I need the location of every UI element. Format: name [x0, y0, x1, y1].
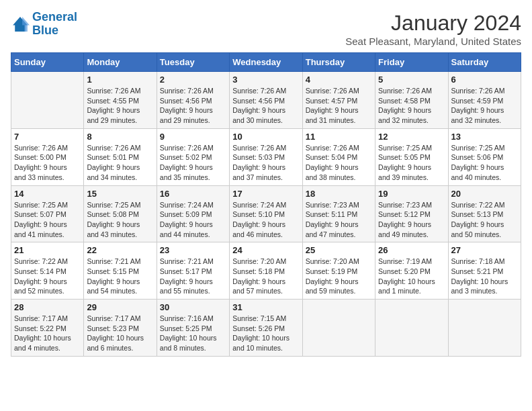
day-info: Sunrise: 7:25 AM Sunset: 5:06 PM Dayligh… — [451, 143, 518, 183]
day-number: 24 — [232, 245, 299, 255]
day-number: 15 — [87, 189, 153, 199]
day-info: Sunrise: 7:26 AM Sunset: 5:04 PM Dayligh… — [306, 143, 372, 183]
day-info: Sunrise: 7:23 AM Sunset: 5:11 PM Dayligh… — [306, 200, 372, 240]
day-number: 25 — [306, 245, 372, 255]
day-info: Sunrise: 7:15 AM Sunset: 5:26 PM Dayligh… — [232, 314, 299, 353]
header-tuesday: Tuesday — [157, 53, 229, 72]
day-number: 6 — [451, 75, 518, 85]
calendar-cell: 12Sunrise: 7:25 AM Sunset: 5:05 PM Dayli… — [375, 128, 448, 185]
day-number: 3 — [232, 75, 299, 85]
calendar-cell: 26Sunrise: 7:19 AM Sunset: 5:20 PM Dayli… — [375, 242, 448, 300]
calendar-cell: 27Sunrise: 7:18 AM Sunset: 5:21 PM Dayli… — [448, 242, 521, 300]
day-number: 27 — [451, 245, 518, 255]
calendar-cell: 15Sunrise: 7:25 AM Sunset: 5:08 PM Dayli… — [84, 185, 157, 242]
calendar-table: SundayMondayTuesdayWednesdayThursdayFrid… — [11, 52, 521, 357]
day-info: Sunrise: 7:26 AM Sunset: 4:55 PM Dayligh… — [87, 86, 153, 126]
day-info: Sunrise: 7:18 AM Sunset: 5:21 PM Dayligh… — [451, 257, 518, 296]
calendar-cell: 20Sunrise: 7:22 AM Sunset: 5:13 PM Dayli… — [448, 185, 521, 242]
day-number: 29 — [87, 302, 153, 312]
day-info: Sunrise: 7:20 AM Sunset: 5:18 PM Dayligh… — [232, 257, 299, 296]
logo-icon — [11, 15, 30, 34]
day-info: Sunrise: 7:25 AM Sunset: 5:07 PM Dayligh… — [14, 200, 81, 240]
header-wednesday: Wednesday — [230, 53, 302, 72]
day-info: Sunrise: 7:25 AM Sunset: 5:05 PM Dayligh… — [378, 143, 445, 183]
calendar-cell: 21Sunrise: 7:22 AM Sunset: 5:14 PM Dayli… — [11, 242, 84, 300]
day-info: Sunrise: 7:26 AM Sunset: 5:00 PM Dayligh… — [14, 143, 81, 183]
day-number: 31 — [232, 302, 299, 312]
calendar-cell: 11Sunrise: 7:26 AM Sunset: 5:04 PM Dayli… — [302, 128, 375, 185]
calendar-cell: 24Sunrise: 7:20 AM Sunset: 5:18 PM Dayli… — [230, 242, 302, 300]
day-number: 13 — [451, 132, 518, 142]
day-info: Sunrise: 7:17 AM Sunset: 5:22 PM Dayligh… — [14, 314, 81, 353]
calendar-cell: 9Sunrise: 7:26 AM Sunset: 5:02 PM Daylig… — [157, 128, 229, 185]
calendar-cell: 23Sunrise: 7:21 AM Sunset: 5:17 PM Dayli… — [157, 242, 229, 300]
day-info: Sunrise: 7:26 AM Sunset: 5:02 PM Dayligh… — [160, 143, 226, 183]
calendar-cell: 1Sunrise: 7:26 AM Sunset: 4:55 PM Daylig… — [84, 72, 157, 129]
calendar-header-row: SundayMondayTuesdayWednesdayThursdayFrid… — [11, 53, 521, 72]
calendar-cell: 16Sunrise: 7:24 AM Sunset: 5:09 PM Dayli… — [157, 185, 229, 242]
day-info: Sunrise: 7:17 AM Sunset: 5:23 PM Dayligh… — [87, 314, 153, 353]
header-thursday: Thursday — [302, 53, 375, 72]
calendar-cell: 29Sunrise: 7:17 AM Sunset: 5:23 PM Dayli… — [84, 300, 157, 357]
week-row-1: 1Sunrise: 7:26 AM Sunset: 4:55 PM Daylig… — [11, 72, 521, 129]
calendar-cell: 18Sunrise: 7:23 AM Sunset: 5:11 PM Dayli… — [302, 185, 375, 242]
day-number: 5 — [378, 75, 445, 85]
logo-text: General Blue — [32, 11, 77, 38]
day-info: Sunrise: 7:25 AM Sunset: 5:08 PM Dayligh… — [87, 200, 153, 240]
day-info: Sunrise: 7:26 AM Sunset: 4:59 PM Dayligh… — [451, 86, 518, 126]
calendar-cell: 4Sunrise: 7:26 AM Sunset: 4:57 PM Daylig… — [302, 72, 375, 129]
day-info: Sunrise: 7:26 AM Sunset: 4:56 PM Dayligh… — [232, 86, 299, 126]
day-number: 1 — [87, 75, 153, 85]
title-area: January 2024 Seat Pleasant, Maryland, Un… — [345, 11, 521, 47]
calendar-cell: 22Sunrise: 7:21 AM Sunset: 5:15 PM Dayli… — [84, 242, 157, 300]
location-title: Seat Pleasant, Maryland, United States — [345, 36, 521, 47]
day-number: 10 — [232, 132, 299, 142]
calendar-cell — [11, 72, 84, 129]
logo-line2: Blue — [32, 24, 58, 37]
day-info: Sunrise: 7:26 AM Sunset: 4:58 PM Dayligh… — [378, 86, 445, 126]
week-row-4: 21Sunrise: 7:22 AM Sunset: 5:14 PM Dayli… — [11, 242, 521, 300]
calendar-cell: 2Sunrise: 7:26 AM Sunset: 4:56 PM Daylig… — [157, 72, 229, 129]
logo-line1: General — [32, 10, 77, 24]
day-number: 18 — [306, 189, 372, 199]
header-friday: Friday — [375, 53, 448, 72]
week-row-2: 7Sunrise: 7:26 AM Sunset: 5:00 PM Daylig… — [11, 128, 521, 185]
calendar-cell — [448, 300, 521, 357]
day-info: Sunrise: 7:22 AM Sunset: 5:14 PM Dayligh… — [14, 257, 81, 296]
header-saturday: Saturday — [448, 53, 521, 72]
day-number: 21 — [14, 245, 81, 255]
calendar-cell: 17Sunrise: 7:24 AM Sunset: 5:10 PM Dayli… — [230, 185, 302, 242]
calendar-cell: 31Sunrise: 7:15 AM Sunset: 5:26 PM Dayli… — [230, 300, 302, 357]
day-info: Sunrise: 7:26 AM Sunset: 5:03 PM Dayligh… — [232, 143, 299, 183]
day-number: 8 — [87, 132, 153, 142]
page-header: General Blue January 2024 Seat Pleasant,… — [11, 11, 521, 47]
calendar-cell: 7Sunrise: 7:26 AM Sunset: 5:00 PM Daylig… — [11, 128, 84, 185]
day-number: 26 — [378, 245, 445, 255]
day-info: Sunrise: 7:19 AM Sunset: 5:20 PM Dayligh… — [378, 257, 445, 296]
calendar-cell: 13Sunrise: 7:25 AM Sunset: 5:06 PM Dayli… — [448, 128, 521, 185]
day-info: Sunrise: 7:20 AM Sunset: 5:19 PM Dayligh… — [306, 257, 372, 296]
calendar-cell — [375, 300, 448, 357]
calendar-cell: 10Sunrise: 7:26 AM Sunset: 5:03 PM Dayli… — [230, 128, 302, 185]
day-number: 16 — [160, 189, 226, 199]
calendar-cell: 3Sunrise: 7:26 AM Sunset: 4:56 PM Daylig… — [230, 72, 302, 129]
day-info: Sunrise: 7:26 AM Sunset: 4:57 PM Dayligh… — [306, 86, 372, 126]
day-info: Sunrise: 7:21 AM Sunset: 5:15 PM Dayligh… — [87, 257, 153, 296]
day-info: Sunrise: 7:23 AM Sunset: 5:12 PM Dayligh… — [378, 200, 445, 240]
day-number: 17 — [232, 189, 299, 199]
calendar-cell: 30Sunrise: 7:16 AM Sunset: 5:25 PM Dayli… — [157, 300, 229, 357]
header-monday: Monday — [84, 53, 157, 72]
calendar-cell: 25Sunrise: 7:20 AM Sunset: 5:19 PM Dayli… — [302, 242, 375, 300]
logo: General Blue — [11, 11, 77, 38]
day-info: Sunrise: 7:22 AM Sunset: 5:13 PM Dayligh… — [451, 200, 518, 240]
day-info: Sunrise: 7:16 AM Sunset: 5:25 PM Dayligh… — [160, 314, 226, 353]
day-number: 20 — [451, 189, 518, 199]
week-row-5: 28Sunrise: 7:17 AM Sunset: 5:22 PM Dayli… — [11, 300, 521, 357]
day-info: Sunrise: 7:24 AM Sunset: 5:10 PM Dayligh… — [232, 200, 299, 240]
month-title: January 2024 — [345, 11, 521, 36]
day-number: 7 — [14, 132, 81, 142]
calendar-cell: 5Sunrise: 7:26 AM Sunset: 4:58 PM Daylig… — [375, 72, 448, 129]
calendar-cell: 14Sunrise: 7:25 AM Sunset: 5:07 PM Dayli… — [11, 185, 84, 242]
day-info: Sunrise: 7:21 AM Sunset: 5:17 PM Dayligh… — [160, 257, 226, 296]
day-number: 30 — [160, 302, 226, 312]
